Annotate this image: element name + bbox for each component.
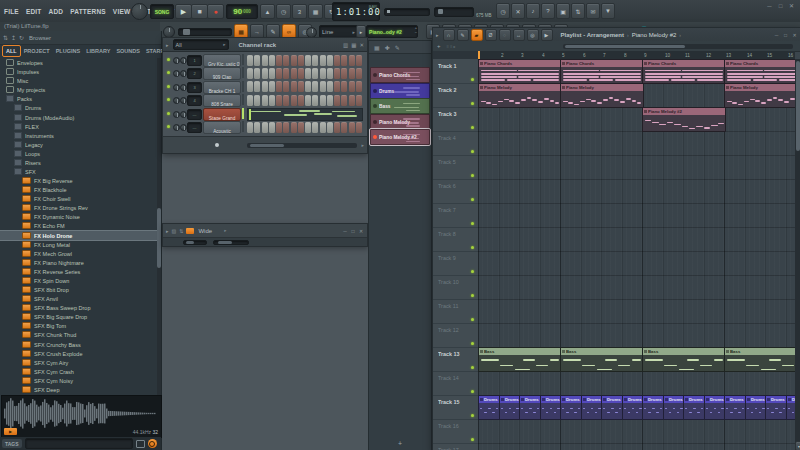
- step-cell[interactable]: [262, 68, 268, 79]
- step-cell[interactable]: [298, 81, 304, 92]
- step-cell[interactable]: [334, 122, 340, 133]
- browser-item[interactable]: Impulses: [0, 67, 157, 76]
- channel-led[interactable]: [167, 58, 170, 61]
- sync-icon[interactable]: ⇅: [571, 3, 585, 19]
- pattern-clip[interactable]: Bass: [724, 347, 795, 372]
- wait-for-input-icon[interactable]: ◷: [276, 4, 291, 19]
- pattern-selector[interactable]: Piano..ody #2: [366, 25, 418, 38]
- channel-pan-knob[interactable]: [173, 97, 180, 104]
- browser-item[interactable]: SFX Chunk Thud: [0, 330, 157, 339]
- channel-pan-knob[interactable]: [173, 70, 180, 77]
- clock-icon[interactable]: ◷: [496, 3, 510, 19]
- parent-folder-icon[interactable]: ↥: [11, 34, 16, 41]
- step-cell[interactable]: [305, 81, 311, 92]
- folder-icon[interactable]: [136, 440, 145, 448]
- browser-item[interactable]: FX Holo Drone: [0, 231, 157, 240]
- step-cell[interactable]: [349, 68, 355, 79]
- record-button[interactable]: ●: [207, 4, 224, 19]
- step-cell[interactable]: [327, 81, 333, 92]
- channel-number[interactable]: 3: [187, 82, 202, 93]
- channel-piano-preview[interactable]: [247, 108, 363, 121]
- step-cell[interactable]: [349, 122, 355, 133]
- tags-button[interactable]: TAGS: [2, 439, 22, 448]
- browser-item[interactable]: FX Dynamic Noise: [0, 212, 157, 221]
- track-label[interactable]: Track 9: [438, 255, 456, 260]
- step-cell[interactable]: [254, 122, 260, 133]
- slip-tool-icon[interactable]: ↔: [513, 29, 525, 41]
- step-cell[interactable]: [291, 95, 297, 106]
- mute-tool-icon[interactable]: ◌: [499, 29, 511, 41]
- pencil-tool-icon[interactable]: ✎: [457, 29, 469, 41]
- step-cell[interactable]: [320, 95, 326, 106]
- track-led[interactable]: [471, 318, 474, 321]
- step-cell[interactable]: [349, 81, 355, 92]
- channel-volume-knob[interactable]: [180, 97, 187, 104]
- step-cell[interactable]: [341, 68, 347, 79]
- step-cell[interactable]: [247, 55, 253, 66]
- chevron-right-icon[interactable]: ▸: [224, 228, 226, 233]
- step-cell[interactable]: [283, 122, 289, 133]
- collapse-all-icon[interactable]: ⇅: [3, 34, 8, 41]
- playhead-marker[interactable]: [478, 51, 480, 59]
- channel-button[interactable]: Bracke CH 1: [203, 81, 241, 94]
- pattern-clip[interactable]: Drums: [663, 395, 686, 420]
- step-cell[interactable]: [247, 81, 253, 92]
- song-progress-bar[interactable]: [384, 8, 430, 16]
- step-cell[interactable]: [298, 55, 304, 66]
- browser-item[interactable]: FX Piano Nightmare: [0, 258, 157, 267]
- track-led[interactable]: [471, 174, 474, 177]
- browser-item[interactable]: FX Choir Swell: [0, 194, 157, 203]
- step-cell[interactable]: [327, 95, 333, 106]
- tempo-display[interactable]: 90 000: [226, 4, 258, 19]
- playlist-vscrollbar[interactable]: ▾: [795, 59, 800, 450]
- rename-icon[interactable]: ✎: [395, 44, 400, 51]
- browser-item[interactable]: SFX 8bit Drop: [0, 285, 157, 294]
- step-cell[interactable]: [320, 68, 326, 79]
- browser-item[interactable]: Misc: [0, 76, 157, 85]
- pattern-spinner[interactable]: + −: [413, 25, 419, 36]
- paint-tool-icon[interactable]: ▰: [471, 29, 483, 41]
- step-cell[interactable]: [305, 68, 311, 79]
- step-cell[interactable]: [356, 81, 362, 92]
- step-cell[interactable]: [276, 81, 282, 92]
- channel-led[interactable]: [167, 71, 170, 74]
- zoom-tool-icon[interactable]: ◎: [527, 29, 539, 41]
- playlist-grid[interactable]: Piano ChordsPiano ChordsPiano ChordsPian…: [478, 59, 795, 450]
- step-cell[interactable]: [341, 122, 347, 133]
- minimize-button[interactable]: ─: [341, 228, 349, 234]
- master-volume-slider[interactable]: [178, 28, 232, 36]
- add-pattern-button[interactable]: +: [369, 440, 431, 447]
- menu-view[interactable]: VIEW: [113, 8, 130, 15]
- step-cell[interactable]: [298, 95, 304, 106]
- step-cell[interactable]: [334, 81, 340, 92]
- step-cell[interactable]: [262, 95, 268, 106]
- chat-icon[interactable]: ✉: [586, 3, 600, 19]
- pattern-clip[interactable]: Drums: [478, 395, 501, 420]
- track-led[interactable]: [471, 390, 474, 393]
- pattern-clip[interactable]: Drums: [499, 395, 522, 420]
- menu-edit[interactable]: EDIT: [26, 8, 42, 15]
- step-cell[interactable]: [298, 68, 304, 79]
- pattern-clip[interactable]: Piano Melody: [560, 83, 644, 108]
- channel-led[interactable]: [167, 98, 170, 101]
- shuffle-slider[interactable]: [434, 7, 474, 17]
- step-cell[interactable]: [327, 68, 333, 79]
- pattern-item[interactable]: Drums: [370, 83, 430, 99]
- channel-filter[interactable]: All ▸: [173, 39, 229, 50]
- step-cell[interactable]: [356, 55, 362, 66]
- channel-led[interactable]: [167, 125, 170, 128]
- pattern-clip[interactable]: Drums: [765, 395, 788, 420]
- close-all-icon[interactable]: ✕: [511, 3, 525, 19]
- pattern-clip[interactable]: Drums: [683, 395, 706, 420]
- step-cell[interactable]: [312, 68, 318, 79]
- pattern-clip[interactable]: Drums: [745, 395, 768, 420]
- shuffle-thumb[interactable]: [438, 9, 443, 14]
- track-led[interactable]: [471, 198, 474, 201]
- browser-item[interactable]: FX Blackhole: [0, 185, 157, 194]
- step-cell[interactable]: [269, 95, 275, 106]
- progress-thumb[interactable]: [387, 10, 390, 13]
- track-led[interactable]: [471, 126, 474, 129]
- pattern-clip[interactable]: Bass: [642, 347, 726, 372]
- step-cell[interactable]: [320, 55, 326, 66]
- track-label[interactable]: Track 10: [438, 279, 459, 284]
